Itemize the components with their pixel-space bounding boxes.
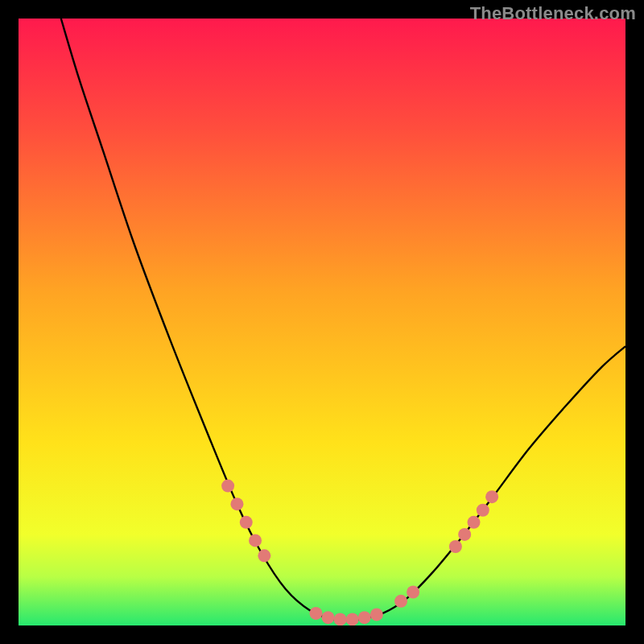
- bottleneck-chart-svg: [0, 0, 644, 644]
- curve-dot: [309, 607, 322, 620]
- curve-dot: [449, 540, 462, 553]
- watermark-text: TheBottleneck.com: [470, 3, 636, 24]
- curve-dot: [407, 586, 419, 599]
- curve-dot: [221, 480, 234, 493]
- curve-dot: [458, 528, 471, 541]
- curve-dot: [240, 516, 253, 529]
- curve-dot: [358, 611, 371, 624]
- curve-dot: [370, 608, 383, 621]
- curve-dot: [322, 611, 335, 624]
- curve-dot: [346, 613, 359, 625]
- gradient-background: [19, 19, 625, 625]
- curve-dot: [230, 497, 243, 510]
- curve-dot: [485, 490, 498, 503]
- curve-dot: [258, 549, 270, 562]
- curve-dot: [468, 516, 481, 529]
- curve-dot: [334, 613, 347, 625]
- curve-dot: [394, 595, 407, 608]
- curve-dot: [249, 534, 262, 547]
- chart-stage: TheBottleneck.com: [0, 0, 644, 644]
- curve-dot: [477, 504, 489, 517]
